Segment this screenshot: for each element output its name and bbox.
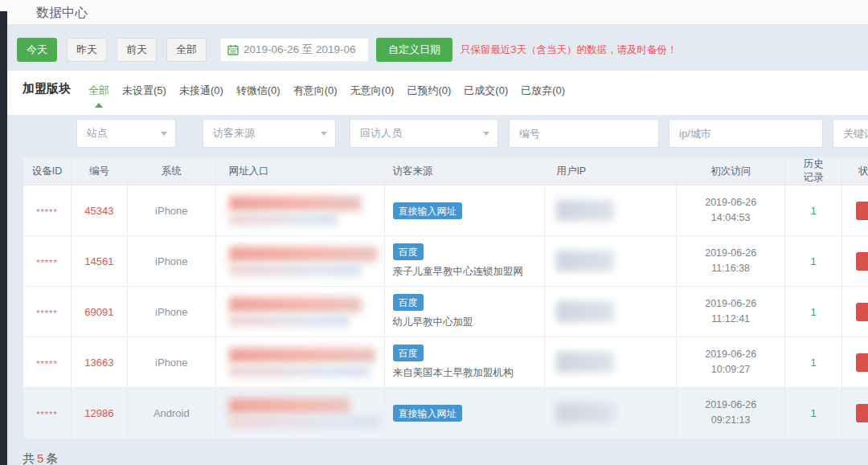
date-range-input[interactable]: 2019-06-26 至 2019-06 <box>220 38 369 62</box>
device-id-cell: ***** <box>23 236 72 286</box>
col-device-id: 设备ID <box>23 157 72 186</box>
number-cell: 45343 <box>72 186 128 235</box>
visitor-number: 45343 <box>84 205 113 217</box>
system-value: Android <box>154 407 190 419</box>
system-value: iPhone <box>155 255 187 267</box>
redacted-ip <box>556 352 614 373</box>
user-ip-cell <box>545 337 677 387</box>
chevron-down-icon <box>483 132 489 136</box>
source-keyword: 幼儿早教中心加盟 <box>393 316 473 329</box>
visit-date: 2019-06-26 <box>705 347 756 362</box>
visitor-source-select[interactable]: 访客来源 <box>203 119 336 148</box>
system-value: iPhone <box>155 306 187 318</box>
tab-label: 全部 <box>88 84 109 96</box>
col-number: 编号 <box>72 157 128 186</box>
site-select[interactable]: 站点 <box>76 119 176 148</box>
col-status-label: 状 <box>842 165 868 178</box>
visitor-number: 69091 <box>84 306 113 318</box>
first-visit-cell: 2019-06-2614:04:53 <box>677 186 785 235</box>
visit-date: 2019-06-26 <box>705 246 756 261</box>
history-count-link[interactable]: 1 <box>810 205 816 217</box>
visit-date: 2019-06-26 <box>705 398 756 413</box>
status-action-button[interactable] <box>856 202 868 220</box>
status-cell <box>842 337 868 387</box>
ip-city-input[interactable] <box>669 120 822 147</box>
system-cell: Android <box>128 388 216 438</box>
user-ip-cell <box>545 287 677 337</box>
col-history: 历史记录 <box>785 157 842 186</box>
tab-unset[interactable]: 未设置(5) <box>122 84 166 98</box>
device-id-cell: ***** <box>23 337 72 387</box>
history-cell: 1 <box>785 287 842 337</box>
tab-not-connected[interactable]: 未接通(0) <box>179 84 223 98</box>
history-count-link[interactable]: 1 <box>810 357 816 369</box>
number-input[interactable] <box>510 120 658 147</box>
system-cell: iPhone <box>128 236 216 286</box>
data-center-page: 数据中心 今天 昨天 前天 全部 2019-06-26 至 2019-06 自定… <box>0 0 868 465</box>
redacted-ip <box>556 251 614 271</box>
visitors-table: 设备ID 编号 系统 网址入口 访客来源 用户IP 初次访问 历史记录 状 **… <box>23 157 868 438</box>
device-id-masked: ***** <box>36 255 57 267</box>
all-dates-button[interactable]: 全部 <box>166 38 207 62</box>
status-action-button[interactable] <box>856 404 868 422</box>
site-select-label: 站点 <box>87 126 161 141</box>
source-tag: 直接输入网址 <box>393 202 462 219</box>
first-visit-cell: 2019-06-2611:12:41 <box>677 287 785 337</box>
first-visit-cell: 2019-06-2610:09:27 <box>677 337 785 387</box>
visitor-source-cell: 百度 幼儿早教中心加盟 <box>385 287 546 337</box>
tab-abandoned[interactable]: 已放弃(0) <box>521 84 565 98</box>
tab-closed[interactable]: 已成交(0) <box>464 84 508 98</box>
visit-time: 09:21:13 <box>705 413 756 428</box>
total-count: 共5条 <box>23 451 58 465</box>
custom-date-button[interactable]: 自定义日期 <box>376 38 452 62</box>
active-tab-caret-icon <box>95 103 103 108</box>
total-prefix: 共 <box>23 451 35 465</box>
keyword-input[interactable] <box>833 120 868 147</box>
status-action-button[interactable] <box>856 303 868 321</box>
tab-to-wechat[interactable]: 转微信(0) <box>236 84 280 98</box>
tab-all[interactable]: 全部 <box>88 84 109 98</box>
chevron-down-icon <box>321 132 327 136</box>
day-before-button[interactable]: 前天 <box>117 38 157 62</box>
tab-interested[interactable]: 有意向(0) <box>293 84 338 98</box>
device-id-cell: ***** <box>23 186 72 235</box>
redacted-url <box>229 297 362 327</box>
history-count-link[interactable]: 1 <box>810 407 816 419</box>
retention-warning: 只保留最近3天（含当天）的数据，请及时备份！ <box>461 43 677 57</box>
url-entry-cell <box>216 236 385 286</box>
today-button[interactable]: 今天 <box>17 38 57 62</box>
source-tag: 百度 <box>393 243 424 260</box>
device-id-masked: ***** <box>36 406 57 419</box>
status-action-button[interactable] <box>856 252 868 271</box>
source-tag: 直接输入网址 <box>393 405 462 422</box>
device-id-cell: ***** <box>23 287 72 337</box>
number-cell: 69091 <box>72 287 128 337</box>
visitor-source-cell: 百度 来自美国本土早教加盟机构 <box>385 337 546 387</box>
redacted-ip <box>556 200 614 221</box>
quick-filter-row: 今天 昨天 前天 全部 2019-06-26 至 2019-06 自定义日期 只… <box>17 38 677 62</box>
user-ip-cell <box>545 236 677 286</box>
visitor-source-select-label: 访客来源 <box>213 126 321 141</box>
history-cell: 1 <box>785 337 842 387</box>
tab-not-interested[interactable]: 无意向(0) <box>350 84 395 98</box>
history-cell: 1 <box>785 186 842 235</box>
visitor-number: 12986 <box>84 407 113 419</box>
history-cell: 1 <box>785 236 842 286</box>
user-ip-cell <box>545 186 677 235</box>
follow-up-staff-select[interactable]: 回访人员 <box>350 119 498 148</box>
status-action-button[interactable] <box>856 353 868 372</box>
system-value: iPhone <box>155 205 187 217</box>
system-value: iPhone <box>155 357 187 369</box>
tab-reserved[interactable]: 已预约(0) <box>407 84 451 98</box>
history-count-link[interactable]: 1 <box>810 255 816 267</box>
visitor-number: 14561 <box>84 255 113 267</box>
keyword-field-wrap <box>833 119 868 148</box>
first-visit-cell: 2019-06-2611:16:38 <box>677 236 785 286</box>
col-url-entry: 网址入口 <box>216 157 385 186</box>
redacted-ip <box>556 301 614 322</box>
redacted-url <box>229 398 380 428</box>
history-count-link[interactable]: 1 <box>810 306 816 318</box>
table-row: ***** 14561 iPhone 百度 亲子儿童早教中心连锁加盟网 2019… <box>23 236 868 287</box>
yesterday-button[interactable]: 昨天 <box>67 38 107 62</box>
system-cell: iPhone <box>128 337 216 387</box>
